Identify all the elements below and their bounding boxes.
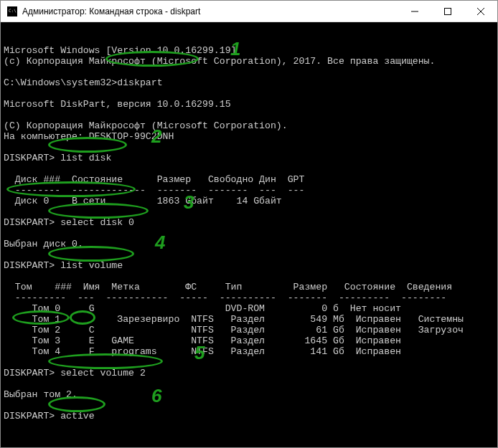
prompt: DISKPART> — [4, 368, 60, 378]
output-line: (c) Корпорация Майкрософт (Microsoft Cor… — [4, 56, 435, 67]
maximize-button[interactable] — [431, 1, 464, 22]
prompt: DISKPART> — [4, 217, 60, 228]
command-active: active — [60, 411, 94, 421]
volume-table-row: Том 1 Зарезервиро NTFS Раздел 549 Мб Исп… — [4, 314, 464, 325]
output-line: (C) Корпорация Майкрософт (Microsoft Cor… — [4, 120, 288, 131]
prompt: DISKPART> — [4, 153, 60, 163]
output-line: На компьютере: DESKTOP-99C2DNH — [4, 131, 174, 142]
prompt: C:\Windows\system32> — [4, 77, 117, 88]
output-line: Выбран том 2. — [4, 389, 77, 400]
svg-text:_: _ — [9, 11, 11, 16]
terminal-content: Microsoft Windows [Version 10.0.16299.19… — [4, 45, 494, 421]
volume-table-row: Том 3 E GAME NTFS Раздел 1645 Gб Исправе… — [4, 335, 401, 346]
volume-table-row: Том 0 G DVD-ROM 0 б Нет носит — [4, 303, 401, 314]
command-list-volume: list volume — [60, 260, 123, 271]
prompt: DISKPART> — [4, 411, 60, 421]
terminal-area[interactable]: Microsoft Windows [Version 10.0.16299.19… — [1, 22, 497, 447]
volume-table-separator: --------- --- ----------- ----- --------… — [4, 292, 446, 303]
volume-table-row: Том 2 C NTFS Раздел 61 Gб Исправен Загру… — [4, 325, 464, 335]
app-icon: C:\ _ — [6, 6, 18, 17]
volume-table-header: Том ### Имя Метка ФС Тип Размер Состояни… — [4, 282, 452, 292]
output-line: Выбран диск 0. — [4, 239, 83, 249]
command-diskpart: diskpart — [117, 77, 162, 88]
disk-table-header: Диск ### Состояние Размер Свободно Дин G… — [4, 174, 304, 185]
command-select-disk: select disk 0 — [60, 217, 134, 228]
command-list-disk: list disk — [60, 153, 111, 163]
window-title: Администратор: Командная строка - diskpa… — [22, 6, 398, 16]
output-line: Microsoft DiskPart, версия 10.0.16299.15 — [4, 99, 231, 110]
prompt: DISKPART> — [4, 260, 60, 271]
app-window: C:\ _ Администратор: Командная строка - … — [0, 0, 498, 448]
output-line: Microsoft Windows [Version 10.0.16299.19… — [4, 45, 236, 56]
svg-rect-4 — [445, 8, 451, 14]
close-button[interactable] — [464, 1, 497, 22]
disk-table-separator: -------- ------------- ------- ------- -… — [4, 185, 304, 196]
minimize-button[interactable] — [398, 1, 431, 22]
volume-table-row: Том 4 F programs NTFS Раздел 141 Gб Испр… — [4, 346, 401, 357]
command-select-volume: select volume 2 — [60, 368, 146, 378]
titlebar[interactable]: C:\ _ Администратор: Командная строка - … — [1, 1, 497, 22]
window-controls — [398, 1, 497, 22]
disk-table-row: Диск 0 В сети 1863 Gбайт 14 Gбайт — [4, 196, 282, 206]
